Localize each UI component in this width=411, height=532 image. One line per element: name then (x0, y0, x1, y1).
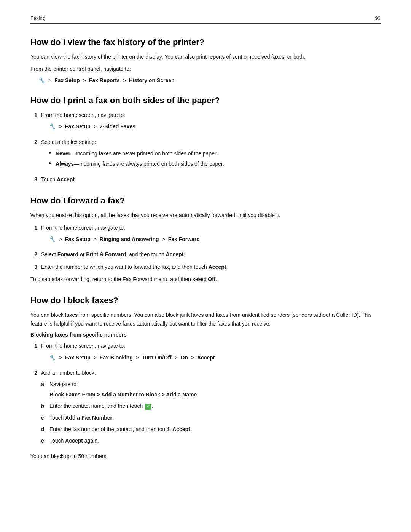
sub-step-a: a Navigate to: Block Faxes From > Add a … (41, 380, 381, 399)
sub-content-e: Touch Accept again. (49, 436, 381, 445)
step-content-2: Select a duplex setting: • Never—Incomin… (41, 138, 381, 171)
sub-step-b: b Enter the contact name, and then touch… (41, 402, 381, 410)
header-page-number: 93 (375, 15, 381, 21)
blk-step-content-1: From the home screen, navigate to: 🔧 > F… (41, 342, 381, 365)
nav-blk-part2: Fax Blocking (100, 355, 133, 361)
step-number-2: 2 (30, 138, 37, 146)
sub-text-b: Enter the contact name, and then touch . (49, 403, 153, 409)
nav-sep-f0: > (59, 236, 62, 242)
nav-f-part2: Ringing and Answering (100, 236, 159, 242)
nav-f-part1: Fax Setup (65, 236, 91, 242)
sub-text-c: Touch Add a Fax Number. (49, 415, 114, 421)
sub-label-a: a (41, 380, 46, 388)
blk-step-num-2: 2 (30, 369, 37, 377)
bullet-never: • Never—Incoming faxes are never printed… (49, 149, 381, 158)
fwd-step-num-3: 3 (30, 263, 37, 271)
sub-text-d: Enter the fax number of the contact, and… (49, 426, 192, 432)
sub-content-c: Touch Add a Fax Number. (49, 414, 381, 422)
step-3-print: 3 Touch Accept. (30, 175, 381, 184)
fwd-step-text-2: Select Forward or Print & Forward, and t… (41, 251, 185, 257)
step-text-2: Select a duplex setting: (41, 139, 96, 145)
nav-sep-blk1: > (94, 355, 97, 361)
sub-steps-list: a Navigate to: Block Faxes From > Add a … (41, 380, 381, 445)
wrench-icon-2: 🔧 (49, 123, 55, 129)
block-footer: You can block up to 50 numbers. (30, 452, 381, 460)
step-number-1: 1 (30, 111, 37, 119)
blk-step-text-1: From the home screen, navigate to: (41, 343, 125, 349)
section-title-print-both: How do I print a fax on both sides of th… (30, 96, 381, 105)
nav-sep-blk2: > (136, 355, 139, 361)
nav-blk-part1: Fax Setup (65, 355, 91, 361)
subsection-title-blocking: Blocking faxes from specific numbers (30, 332, 381, 338)
bullet-never-text: Never—Incoming faxes are never printed o… (56, 149, 218, 158)
nav-sep-b1: > (94, 123, 97, 129)
sub-label-b: b (41, 402, 46, 410)
steps-list-print: 1 From the home screen, navigate to: 🔧 >… (30, 111, 381, 184)
sub-step-d: d Enter the fax number of the contact, a… (41, 425, 381, 433)
page: Faxing 93 How do I view the fax history … (0, 0, 411, 532)
fwd-step-content-3: Enter the number to which you want to fo… (41, 263, 381, 271)
fwd-step-content-1: From the home screen, navigate to: 🔧 > F… (41, 224, 381, 247)
section-body2: From the printer control panel, navigate… (30, 65, 381, 73)
nav-sep2: > (123, 77, 126, 83)
blk-step-num-1: 1 (30, 342, 37, 350)
nav-part1: Fax Setup (54, 77, 80, 83)
sub-step-c: c Touch Add a Fax Number. (41, 414, 381, 422)
fwd-step-content-2: Select Forward or Print & Forward, and t… (41, 250, 381, 259)
step-2-print: 2 Select a duplex setting: • Never—Incom… (30, 138, 381, 171)
wrench-icon-4: 🔧 (49, 355, 55, 361)
fwd-step-3: 3 Enter the number to which you want to … (30, 263, 381, 271)
sub-label-e: e (41, 436, 46, 445)
header-bar: Faxing 93 (30, 15, 381, 24)
step-text-3: Touch Accept. (41, 176, 76, 182)
nav-b-part2: 2-Sided Faxes (100, 123, 135, 129)
sub-content-d: Enter the fax number of the contact, and… (49, 425, 381, 433)
nav-print-both: 🔧 > Fax Setup > 2-Sided Faxes (49, 122, 381, 131)
fwd-step-text-1: From the home screen, navigate to: (41, 225, 125, 231)
section-print-both-sides: How do I print a fax on both sides of th… (30, 96, 381, 184)
blk-step-text-2: Add a number to block. (41, 370, 96, 376)
nav-blk-part5: Accept (197, 355, 215, 361)
sub-content-a: Navigate to: Block Faxes From > Add a Nu… (49, 380, 381, 399)
nav-part2: Fax Reports (89, 77, 120, 83)
forward-intro: When you enable this option, all the fax… (30, 211, 381, 219)
fwd-step-num-1: 1 (30, 224, 37, 232)
nav-sep1: > (83, 77, 86, 83)
blk-step-2: 2 Add a number to block. a Navigate to: … (30, 369, 381, 448)
nav-sep-blk3: > (174, 355, 177, 361)
nav-b-part1: Fax Setup (65, 123, 91, 129)
fwd-step-1: 1 From the home screen, navigate to: 🔧 >… (30, 224, 381, 247)
fwd-step-num-2: 2 (30, 250, 37, 259)
steps-list-forward: 1 From the home screen, navigate to: 🔧 >… (30, 224, 381, 272)
nav-block: 🔧 > Fax Setup > Fax Blocking > Turn On/O… (49, 353, 381, 362)
nav-sep-b0: > (59, 123, 62, 129)
step-content-3: Touch Accept. (41, 175, 381, 184)
nav-sep-f1: > (94, 236, 97, 242)
section-title-block: How do I block faxes? (30, 296, 381, 305)
step-number-3: 3 (30, 175, 37, 184)
section-title-forward: How do I forward a fax? (30, 196, 381, 206)
header-label: Faxing (30, 15, 45, 21)
wrench-icon: 🔧 (38, 77, 45, 83)
sub-label-d: d (41, 425, 46, 433)
steps-list-block: 1 From the home screen, navigate to: 🔧 >… (30, 342, 381, 448)
nav-sep-blk0: > (59, 355, 62, 361)
section-forward-fax: How do I forward a fax? When you enable … (30, 196, 381, 283)
duplex-bullets: • Never—Incoming faxes are never printed… (49, 149, 381, 168)
sub-text-a: Navigate to: (49, 381, 78, 387)
nav-sep-blk4: > (191, 355, 194, 361)
blk-step-content-2: Add a number to block. a Navigate to: Bl… (41, 369, 381, 448)
sub-text-e: Touch Accept again. (49, 438, 99, 444)
nav-blk-part3: Turn On/Off (142, 355, 172, 361)
nav-path-view-fax: 🔧 > Fax Setup > Fax Reports > History on… (38, 77, 381, 83)
step-text-1: From the home screen, navigate to: (41, 112, 125, 118)
nav-f-part3: Fax Forward (168, 236, 200, 242)
blk-step-1: 1 From the home screen, navigate to: 🔧 >… (30, 342, 381, 365)
section-title-view-fax: How do I view the fax history of the pri… (30, 37, 381, 47)
wrench-icon-3: 🔧 (49, 236, 55, 242)
nav-sep0: > (48, 77, 51, 83)
bullet-dot-2: • (49, 160, 53, 168)
bullet-dot-1: • (49, 149, 53, 158)
checkmark-icon (145, 404, 151, 410)
sub-nav-a: Block Faxes From > Add a Number to Block… (49, 390, 381, 399)
